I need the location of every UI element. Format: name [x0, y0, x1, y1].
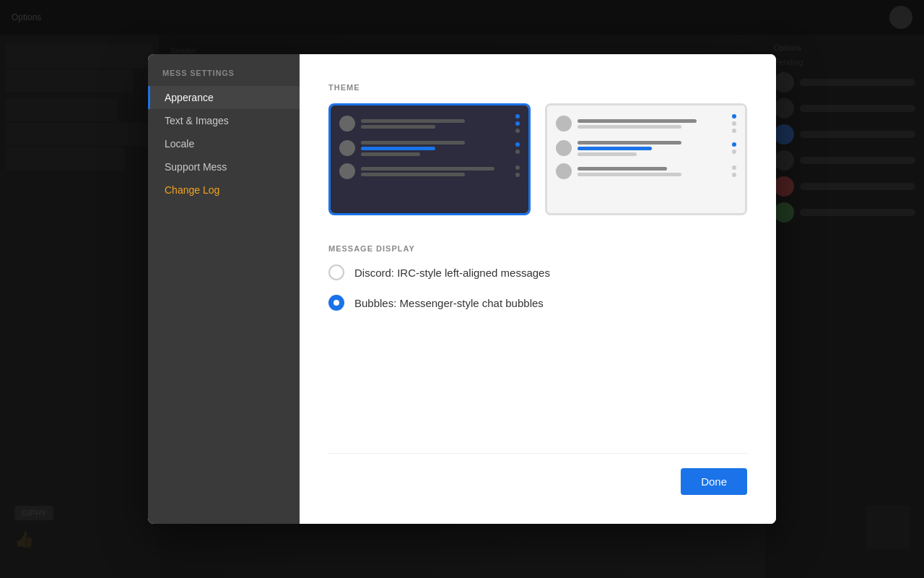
dark-line-blue [361, 147, 435, 150]
radio-discord[interactable] [328, 264, 344, 280]
radio-item-discord[interactable]: Discord: IRC-style left-aligned messages [328, 264, 747, 280]
light-row [556, 163, 736, 179]
settings-sidebar: MESS SETTINGS Apperance Text & Images Lo… [148, 54, 300, 524]
dark-dot [515, 121, 520, 126]
light-line [578, 152, 637, 156]
dark-dots [515, 114, 520, 133]
dark-row [339, 163, 520, 179]
radio-discord-label: Discord: IRC-style left-aligned messages [354, 267, 550, 279]
dark-row [339, 140, 520, 156]
light-dot [732, 114, 736, 118]
sidebar-item-locale[interactable]: Locale [148, 132, 300, 155]
light-dots [732, 114, 736, 133]
light-line-blue [578, 147, 652, 150]
sidebar-item-appearance[interactable]: Apperance [148, 86, 300, 109]
theme-section-label: THEME [328, 83, 747, 92]
light-avatar [556, 163, 572, 179]
light-avatar [556, 116, 572, 131]
radio-bubbles-label: Bubbles: Messenger-style chat bubbles [354, 297, 544, 309]
dark-line [361, 152, 420, 156]
light-line-dark [578, 167, 667, 171]
done-button[interactable]: Done [681, 468, 747, 495]
radio-group: Discord: IRC-style left-aligned messages… [328, 264, 747, 311]
light-line-dark [578, 119, 697, 123]
light-theme-card[interactable] [545, 103, 747, 215]
light-dot-gray [732, 121, 736, 126]
dark-avatar [339, 116, 355, 131]
dark-line [361, 141, 465, 144]
settings-main: THEME [300, 54, 776, 524]
sidebar-item-text-images[interactable]: Text & Images [148, 109, 300, 132]
message-display-section-label: MESSAGE DISPLAY [328, 244, 747, 253]
dark-line [361, 173, 465, 176]
dark-line [361, 125, 435, 129]
sidebar-item-change-log[interactable]: Change Log [148, 178, 300, 202]
light-dot-gray [732, 129, 736, 133]
dark-dot [515, 142, 520, 147]
dark-lines [361, 119, 510, 129]
dark-dot-gray [515, 150, 520, 154]
dark-lines [361, 167, 510, 176]
settings-content: THEME [328, 83, 747, 453]
light-line [578, 173, 681, 176]
light-line [578, 125, 681, 129]
dark-avatar [339, 140, 355, 156]
dark-dot-gray [515, 165, 520, 170]
settings-footer: Done [328, 453, 747, 495]
dark-dots [515, 165, 520, 177]
dark-lines [361, 141, 510, 156]
light-dot-gray [732, 173, 736, 177]
dark-line [361, 119, 465, 123]
dark-dots [515, 142, 520, 154]
dark-dot-gray [515, 173, 520, 177]
radio-item-bubbles[interactable]: Bubbles: Messenger-style chat bubbles [328, 295, 747, 311]
dark-dot [515, 114, 520, 118]
light-lines [578, 141, 726, 156]
dark-row [339, 114, 520, 133]
light-dot-gray [732, 150, 736, 154]
theme-cards [328, 103, 747, 215]
dark-card-content [331, 105, 528, 213]
dark-line [361, 167, 494, 171]
light-dot-gray [732, 165, 736, 170]
dark-theme-card[interactable] [328, 103, 531, 215]
light-line-dark [578, 141, 681, 144]
light-row [556, 140, 736, 156]
dark-avatar [339, 163, 355, 179]
light-card-content [547, 105, 745, 213]
modal-overlay: MESS SETTINGS Apperance Text & Images Lo… [0, 0, 924, 578]
light-lines [578, 119, 726, 129]
settings-modal: MESS SETTINGS Apperance Text & Images Lo… [148, 54, 776, 524]
light-avatar [556, 140, 572, 156]
dark-dot-gray [515, 129, 520, 133]
sidebar-item-support-mess[interactable]: Support Mess [148, 155, 300, 178]
radio-bubbles[interactable] [328, 295, 344, 311]
light-row [556, 114, 736, 133]
settings-section-title: MESS SETTINGS [148, 69, 300, 86]
light-dots [732, 142, 736, 154]
light-dot [732, 142, 736, 147]
light-dots [732, 165, 736, 177]
light-lines [578, 167, 726, 176]
